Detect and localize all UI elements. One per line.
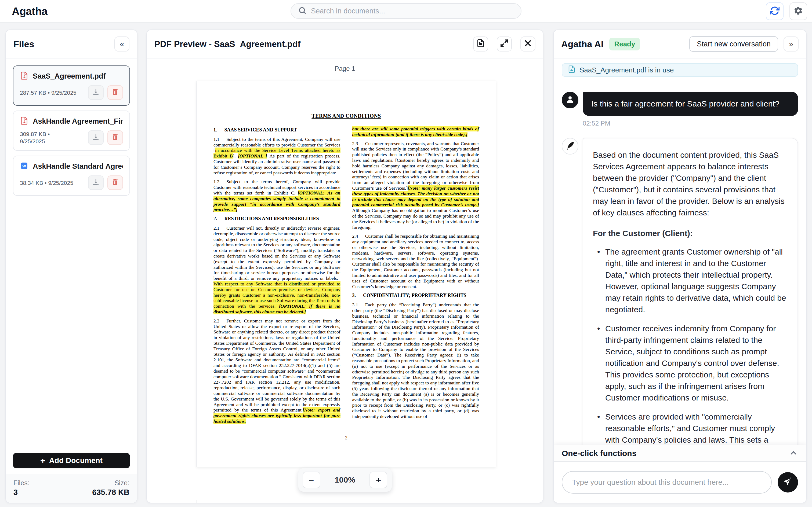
document-title: TERMS AND CONDITIONS (213, 113, 479, 119)
file-meta: 309.87 KB •9/25/2025 (20, 130, 88, 145)
delete-file-button[interactable] (107, 85, 123, 100)
files-count-value: 3 (13, 488, 30, 497)
minus-icon: − (309, 475, 314, 485)
doc-section-heading: 2. RESTRICTIONS AND RESPONSIBILITIES (213, 216, 341, 222)
zoom-control: − 100% + (298, 468, 392, 492)
files-panel: Files « SaaS_Agreement.pdf287.57 KB • 9/… (5, 30, 138, 503)
trash-icon (111, 178, 119, 187)
status-badge: Ready (609, 38, 640, 50)
doc-section-heading: 1. SAAS SERVICES AND SUPPORT (213, 127, 341, 133)
delete-file-button[interactable] (107, 130, 123, 145)
ai-panel-title: Agatha AI (561, 39, 603, 49)
expand-button[interactable] (497, 37, 512, 52)
expand-diagonal-icon (500, 39, 509, 49)
zoom-out-button[interactable]: − (303, 471, 320, 488)
search-input[interactable] (311, 7, 514, 15)
download-file-button[interactable] (88, 130, 104, 145)
download-file-button[interactable] (88, 85, 104, 100)
file-card-saas-agreement-pdf[interactable]: SaaS_Agreement.pdf287.57 KB • 9/25/2025 (13, 65, 130, 106)
ai-message-bubble: Based on the document content provided, … (583, 138, 798, 445)
pdf-page[interactable]: TERMS AND CONDITIONS 1. SAAS SERVICES AN… (197, 81, 496, 467)
document-page-number: 2 (197, 435, 496, 441)
files-panel-title: Files (13, 39, 34, 49)
ai-bullet-list: The agreement grants Customer ownership … (593, 246, 788, 445)
start-new-conversation-button[interactable]: Start new conversation (689, 36, 778, 52)
doc-paragraph: 2.4 Customer shall be responsible for ob… (352, 233, 479, 289)
settings-button[interactable] (790, 2, 807, 20)
quill-icon (565, 140, 575, 152)
refresh-icon (770, 6, 779, 17)
doc-paragraph: 1.2 Subject to the terms hereof, Company… (213, 179, 341, 213)
document-view-button[interactable] (473, 37, 488, 52)
file-name: AskHandle Agreement_Final.... (33, 117, 123, 125)
ai-avatar (562, 138, 578, 155)
collapse-files-button[interactable]: « (114, 37, 130, 52)
files-count-label: Files: (13, 479, 30, 487)
close-icon (524, 39, 532, 49)
user-message-row: Is this a fair agreement for SaaS provid… (562, 92, 798, 116)
chevron-double-left-icon: « (120, 40, 124, 49)
search-icon (298, 6, 307, 16)
search-bar[interactable] (291, 3, 521, 19)
files-stats-footer: Files: 3 Size: 635.78 KB (6, 474, 137, 503)
download-icon (92, 88, 100, 97)
word-file-icon: W (20, 162, 29, 171)
doc-paragraph: 1.1 Subject to the terms of this Agreeme… (213, 136, 341, 176)
chat-area[interactable]: SaaS_Agreement.pdf is in use Is this a f… (554, 58, 806, 445)
file-card-askhandle-agreement-final-[interactable]: AskHandle Agreement_Final....309.87 KB •… (13, 111, 130, 151)
plus-icon: + (40, 456, 45, 466)
collapse-ai-panel-button[interactable]: » (783, 37, 799, 52)
pdf-file-icon (20, 71, 29, 81)
size-label: Size: (92, 479, 130, 487)
doc-paragraph: 2.2 Further, Customer may not remove or … (213, 318, 341, 424)
file-text-icon (476, 39, 485, 49)
gear-icon (794, 6, 803, 17)
ai-message-row: Based on the document content provided, … (562, 138, 798, 445)
question-input[interactable] (562, 471, 772, 494)
page-indicator: Page 1 (147, 65, 543, 72)
file-name: AskHandle Standard Agreem... (33, 162, 123, 171)
paper-plane-icon (783, 477, 793, 488)
doc-paragraph: 3.1 Each party (the “Receiving Party”) u… (352, 302, 479, 419)
file-meta: 38.34 KB • 9/25/2025 (20, 179, 88, 186)
doc-section-heading: 3. CONFIDENTIALITY; PROPRIETARY RIGHTS (352, 293, 479, 298)
document-right-column: but there are still some potential trigg… (352, 126, 479, 428)
pdf-file-icon (20, 116, 29, 126)
banner-text: SaaS_Agreement.pdf is in use (579, 66, 674, 74)
trash-icon (111, 88, 119, 97)
download-icon (92, 133, 100, 142)
refresh-button[interactable] (766, 2, 783, 20)
send-button[interactable] (778, 472, 798, 493)
ai-bullet-item: Services are provided with "commercially… (596, 411, 788, 445)
delete-file-button[interactable] (107, 175, 123, 190)
close-preview-button[interactable] (520, 37, 536, 52)
ai-paragraph: Based on the document content provided, … (593, 149, 788, 218)
user-avatar (562, 92, 578, 108)
download-file-button[interactable] (88, 175, 104, 190)
pdf-file-icon (568, 65, 576, 75)
ai-bullet-item: The agreement grants Customer ownership … (596, 246, 788, 315)
message-timestamp: 02:52 PM (583, 120, 798, 127)
user-message-bubble: Is this a fair agreement for SaaS provid… (583, 92, 798, 116)
preview-title: PDF Preview - SaaS_Agreement.pdf (154, 39, 300, 49)
add-document-button[interactable]: + Add Document (13, 453, 130, 468)
plus-icon: + (376, 475, 381, 485)
one-click-functions-label: One-click functions (562, 449, 637, 458)
doc-paragraph: but there are still some potential trigg… (352, 126, 479, 137)
zoom-level: 100% (335, 475, 355, 485)
one-click-functions-toggle[interactable]: One-click functions (554, 445, 806, 462)
doc-paragraph: 2.1 Customer will not, directly or indir… (213, 225, 341, 315)
agatha-ai-panel: Agatha AI Ready Start new conversation »… (553, 30, 807, 503)
pdf-next-page-edge (197, 500, 496, 503)
zoom-in-button[interactable]: + (369, 471, 387, 488)
ai-section-heading: For the Customer (Client): (593, 227, 788, 239)
file-card-askhandle-standard-agreem-[interactable]: WAskHandle Standard Agreem...38.34 KB • … (13, 156, 130, 196)
trash-icon (111, 133, 119, 142)
chevron-double-right-icon: » (789, 40, 794, 49)
download-icon (92, 178, 100, 187)
file-name: SaaS_Agreement.pdf (33, 72, 106, 80)
file-meta: 287.57 KB • 9/25/2025 (20, 89, 88, 96)
size-value: 635.78 KB (92, 488, 130, 497)
document-in-use-banner: SaaS_Agreement.pdf is in use (562, 63, 798, 77)
svg-text:W: W (22, 164, 26, 168)
